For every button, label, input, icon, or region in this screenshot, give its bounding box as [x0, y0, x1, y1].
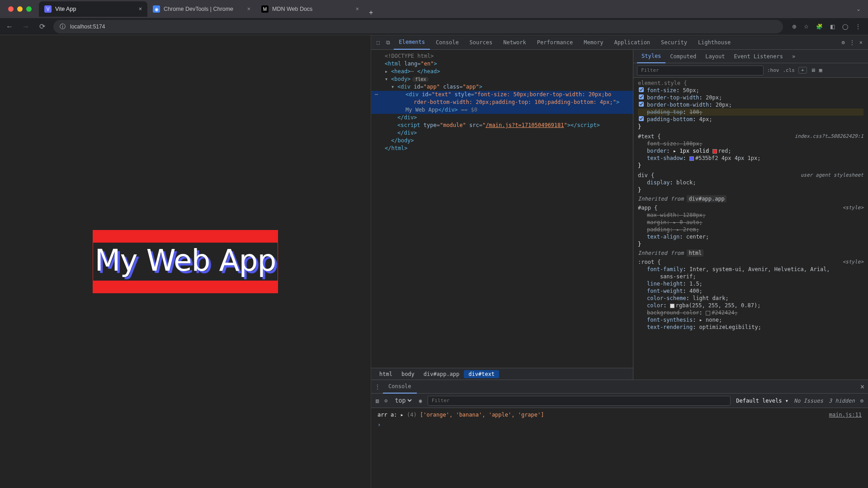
tab-sources[interactable]: Sources: [465, 35, 498, 50]
tab-network[interactable]: Network: [498, 35, 531, 50]
profile-icon[interactable]: ◯: [842, 23, 848, 30]
bookmark-icon[interactable]: ☆: [804, 23, 809, 30]
crumb-text[interactable]: div#text: [464, 370, 499, 378]
hov-toggle[interactable]: :hov: [767, 67, 779, 73]
close-window-button[interactable]: [8, 6, 14, 12]
console-drawer: ⋮ Console × ▥ ⊘ top ◉ Default levels ▾ N…: [371, 380, 868, 488]
text-element-box[interactable]: My Web App: [93, 230, 278, 293]
devtools-panel: ⬚ ⧉ Elements Console Sources Network Per…: [371, 35, 868, 488]
zoom-icon[interactable]: ⊕: [792, 23, 797, 30]
styles-subtab-styles[interactable]: Styles: [637, 50, 665, 63]
devtools-tabbar: ⬚ ⧉ Elements Console Sources Network Per…: [371, 35, 868, 50]
styles-subtab-layout[interactable]: Layout: [701, 50, 729, 63]
selected-dom-node[interactable]: ⋯<div id="text" style="font-size: 50px;b…: [371, 91, 633, 99]
tab-memory[interactable]: Memory: [579, 35, 608, 50]
back-button[interactable]: ←: [5, 23, 14, 31]
styles-panel: Styles Computed Layout Event Listeners »…: [633, 50, 868, 380]
vite-favicon: V: [44, 5, 52, 13]
log-source-link[interactable]: main.js:11: [829, 411, 862, 419]
window-controls: [4, 6, 36, 12]
browser-tab-strip: V Vite App × ◉ Chrome DevTools | Chrome …: [0, 0, 868, 18]
styles-subtab-events[interactable]: Event Listeners: [730, 50, 788, 63]
dom-panel: <!DOCTYPE html> <html lang="en"> ▸<head>…: [371, 50, 633, 380]
inspect-icon[interactable]: ⬚: [374, 39, 382, 46]
site-info-icon[interactable]: ⓘ: [60, 23, 66, 31]
url-text: localhost:5174: [70, 23, 105, 30]
chrome-favicon: ◉: [153, 5, 160, 13]
crumb-app[interactable]: div#app.app: [419, 370, 464, 378]
sidebar-toggle-icon[interactable]: ▥: [376, 398, 379, 404]
console-output[interactable]: arr a: ▸ (4) ['orange', 'banana', 'apple…: [371, 408, 868, 488]
console-prompt[interactable]: ›: [377, 419, 862, 429]
prop-checkbox[interactable]: [639, 116, 644, 121]
prop-checkbox[interactable]: [639, 94, 644, 99]
forward-button[interactable]: →: [21, 23, 31, 31]
tab-lighthouse[interactable]: Lighthouse: [693, 35, 736, 50]
context-select[interactable]: top: [393, 397, 413, 404]
browser-toolbar: ← → ⟳ ⓘ localhost:5174 ⊕ ☆ 🧩 ◧ ◯ ⋮: [0, 18, 868, 35]
tab-console[interactable]: Console: [431, 35, 464, 50]
tab-application[interactable]: Application: [609, 35, 655, 50]
maximize-window-button[interactable]: [26, 6, 32, 12]
minimize-window-button[interactable]: [17, 6, 23, 12]
tab-elements[interactable]: Elements: [394, 35, 430, 50]
close-drawer-icon[interactable]: ×: [860, 383, 864, 391]
menu-icon[interactable]: ⋮: [855, 23, 861, 30]
cls-toggle[interactable]: .cls: [783, 67, 795, 73]
prop-checkbox[interactable]: [639, 102, 644, 107]
eye-icon[interactable]: ◉: [419, 398, 422, 404]
console-gear-icon[interactable]: ⚙: [860, 398, 863, 404]
tab-title: MDN Web Docs: [272, 6, 312, 12]
clear-console-icon[interactable]: ⊘: [384, 398, 387, 404]
new-tab-button[interactable]: +: [364, 9, 377, 17]
tab-devtools-docs[interactable]: ◉ Chrome DevTools | Chrome ×: [147, 1, 256, 17]
hidden-count[interactable]: 3 hidden: [829, 398, 855, 404]
device-toolbar-icon[interactable]: ⧉: [383, 39, 393, 46]
drawer-tab-console[interactable]: Console: [383, 380, 417, 394]
extensions-icon[interactable]: 🧩: [816, 23, 823, 30]
gear-icon[interactable]: ⚙: [842, 39, 845, 46]
device-icon[interactable]: 🖥: [811, 67, 816, 73]
console-filter-input[interactable]: [428, 396, 731, 406]
address-bar[interactable]: ⓘ localhost:5174: [53, 20, 783, 33]
tab-mdn[interactable]: M MDN Web Docs ×: [256, 1, 364, 17]
close-devtools-icon[interactable]: ×: [859, 39, 863, 46]
tabs-container: V Vite App × ◉ Chrome DevTools | Chrome …: [39, 1, 856, 17]
styles-subtab-computed[interactable]: Computed: [665, 50, 701, 63]
tab-security[interactable]: Security: [656, 35, 692, 50]
prop-checkbox[interactable]: [639, 87, 644, 92]
tab-title: Chrome DevTools | Chrome: [164, 6, 233, 12]
crumb-body[interactable]: body: [397, 370, 419, 378]
reload-button[interactable]: ⟳: [37, 22, 47, 31]
doctype-node[interactable]: <!DOCTYPE html>: [385, 53, 434, 59]
levels-dropdown[interactable]: Default levels ▾: [736, 398, 788, 404]
tab-title: Vite App: [55, 6, 76, 12]
more-icon[interactable]: ⋮: [849, 39, 855, 46]
crumb-html[interactable]: html: [375, 370, 397, 378]
styles-filter-input[interactable]: [637, 66, 764, 75]
drawer-menu-icon[interactable]: ⋮: [375, 384, 383, 390]
rendered-page: My Web App: [0, 35, 371, 488]
tab-performance[interactable]: Performance: [532, 35, 578, 50]
issues-badge[interactable]: No Issues: [794, 398, 823, 404]
breadcrumb: html body div#app.app div#text: [371, 368, 633, 380]
close-tab-icon[interactable]: ×: [247, 6, 250, 12]
tab-vite-app[interactable]: V Vite App ×: [39, 1, 147, 17]
close-tab-icon[interactable]: ×: [356, 6, 359, 12]
new-rule-button[interactable]: +: [798, 67, 807, 74]
dom-tree[interactable]: <!DOCTYPE html> <html lang="en"> ▸<head>…: [371, 50, 633, 368]
side-panel-icon[interactable]: ◧: [830, 23, 835, 30]
styles-rules[interactable]: element.style { font-size: 50px; border-…: [633, 78, 868, 380]
more-subtabs-icon[interactable]: »: [788, 50, 800, 63]
page-heading: My Web App: [95, 243, 276, 278]
chevron-down-icon[interactable]: ⌄: [856, 6, 864, 12]
close-tab-icon[interactable]: ×: [139, 6, 142, 12]
mdn-favicon: M: [261, 5, 269, 13]
box-icon[interactable]: ▦: [819, 67, 822, 73]
